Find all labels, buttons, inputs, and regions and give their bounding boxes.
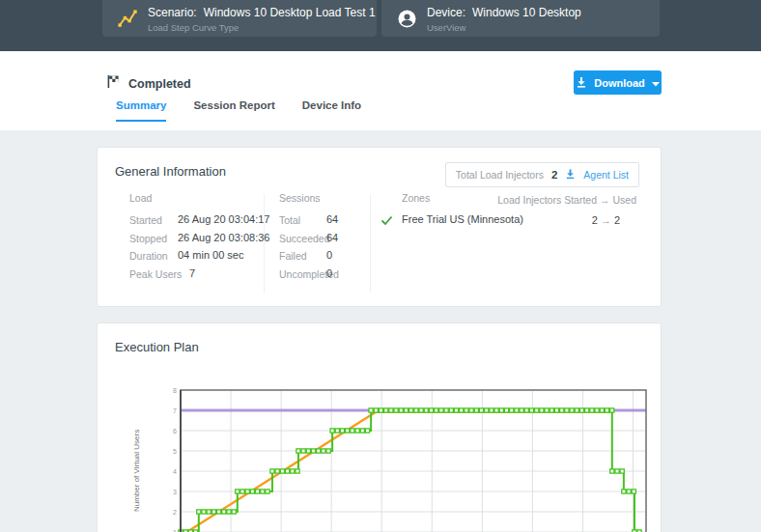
load-row-label: Stopped <box>129 233 167 244</box>
scenario-subtitle: Load Step Curve Type <box>148 23 376 33</box>
download-icon <box>576 76 587 90</box>
sessions-row-value: 64 <box>326 232 338 243</box>
load-row-value: 26 Aug 20 03:04:17 <box>178 213 269 225</box>
zones-section-title: Zones <box>402 192 430 204</box>
sessions-row-value: 0 <box>326 249 332 261</box>
zones-header-right: Load Injectors Started→Used <box>497 194 636 206</box>
load-injectors-box: Total Load Injectors 2 Agent List <box>445 162 639 187</box>
svg-text:8: 8 <box>173 387 177 394</box>
svg-text:2: 2 <box>173 509 177 516</box>
zone-started-count: 2 <box>592 214 598 226</box>
report-page: Scenario:Windows 10 Desktop Load Test 1 … <box>0 0 761 532</box>
scenario-panel: Scenario:Windows 10 Desktop Load Test 1 … <box>102 0 377 37</box>
zones-header-started: Load Injectors Started <box>497 194 597 206</box>
arrow-right-icon: → <box>597 194 613 206</box>
load-row-value: 7 <box>189 267 195 279</box>
load-section-title: Load <box>129 192 152 204</box>
device-text: Device:Windows 10 Desktop UserView <box>427 4 581 33</box>
sessions-row-label: Failed <box>279 250 307 262</box>
agent-list-link[interactable]: Agent List <box>583 169 629 181</box>
user-icon <box>395 10 418 28</box>
finish-flag-icon <box>106 74 120 93</box>
load-row-label: Started <box>129 214 162 226</box>
svg-text:7: 7 <box>173 407 177 414</box>
load-row-value: 04 min 00 sec <box>178 249 243 261</box>
sessions-row-value: 0 <box>326 267 332 279</box>
zone-injector-counts: 2→2 <box>592 214 620 226</box>
step-curve-icon <box>116 7 139 30</box>
svg-text:3: 3 <box>173 489 177 495</box>
zone-used-count: 2 <box>614 214 620 226</box>
divider <box>264 194 265 293</box>
status-row: Completed <box>106 74 191 93</box>
sessions-section-title: Sessions <box>279 192 321 204</box>
device-panel: Device:Windows 10 Desktop UserView <box>381 0 660 37</box>
chevron-down-icon <box>652 77 660 89</box>
general-information-card: General Information Total Load Injectors… <box>97 147 662 307</box>
scenario-device-header: Scenario:Windows 10 Desktop Load Test 1 … <box>0 0 761 51</box>
svg-text:1: 1 <box>173 529 177 532</box>
download-button-label: Download <box>594 77 645 89</box>
load-row-value: 26 Aug 20 03:08:36 <box>178 232 269 243</box>
zone-name: Free Trial US (Minnesota) <box>402 213 523 225</box>
injectors-label: Total Load Injectors <box>456 169 544 181</box>
tab-device-info[interactable]: Device Info <box>302 99 361 122</box>
execution-plan-card: Execution Plan Number of Virtual Users 1… <box>97 322 662 532</box>
scenario-value: Windows 10 Desktop Load Test 1 <box>204 6 376 19</box>
execution-plan-title: Execution Plan <box>115 340 199 354</box>
arrow-right-icon: → <box>598 214 614 226</box>
scenario-label: Scenario: <box>148 6 197 19</box>
svg-text:4: 4 <box>173 468 177 475</box>
load-row-label: Duration <box>129 250 168 262</box>
device-value: Windows 10 Desktop <box>472 6 581 19</box>
general-information-title: General Information <box>115 164 226 179</box>
report-tabs: Summary Session Report Device Info <box>116 99 361 122</box>
svg-text:5: 5 <box>173 448 177 455</box>
device-label: Device: <box>427 6 465 19</box>
injectors-count: 2 <box>551 169 557 181</box>
tab-summary[interactable]: Summary <box>116 99 166 122</box>
agent-list-download-icon[interactable] <box>565 166 576 183</box>
download-button[interactable]: Download <box>574 70 662 95</box>
execution-plan-chart: 12345678 <box>161 386 649 532</box>
zones-header-used: Used <box>612 194 636 206</box>
divider <box>370 194 371 293</box>
check-icon <box>380 212 393 230</box>
sessions-row-value: 64 <box>326 213 338 225</box>
load-row-label: Peak Users <box>129 268 182 280</box>
tab-session-report[interactable]: Session Report <box>193 99 274 122</box>
device-subtitle: UserView <box>427 23 581 33</box>
svg-text:6: 6 <box>173 428 177 434</box>
status-band: Completed Download Summary Session Repor… <box>0 51 761 130</box>
sessions-row-label: Total <box>279 214 300 226</box>
scenario-text: Scenario:Windows 10 Desktop Load Test 1 … <box>148 4 376 33</box>
status-badge: Completed <box>128 77 191 91</box>
sessions-row-label: Succeeded <box>279 233 330 244</box>
chart-y-axis-label: Number of Virtual Users <box>132 391 141 532</box>
